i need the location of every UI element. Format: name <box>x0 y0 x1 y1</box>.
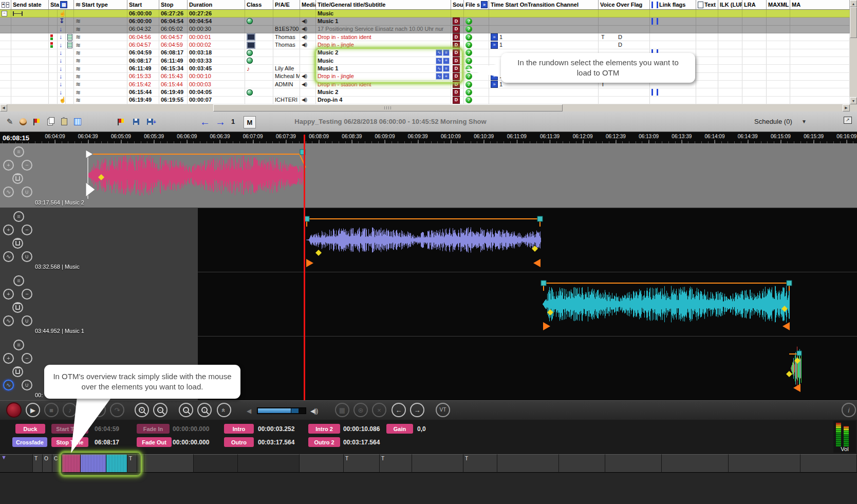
otm-load-icon[interactable]: ∿ <box>436 73 442 80</box>
rundown-row[interactable]: ↓≋06:15:3306:15:4300:00:10Micheal M◀))Dr… <box>0 73 850 81</box>
save-take-button[interactable]: ▦ <box>335 403 349 417</box>
intro-2-button[interactable]: Intro 2 <box>308 424 340 434</box>
save-icon[interactable] <box>129 115 143 128</box>
playhead-line[interactable] <box>304 135 305 400</box>
expand-all-icon[interactable]: + <box>2 2 5 8</box>
overview-segment[interactable]: T <box>344 454 380 473</box>
column-header[interactable]: Link flags <box>650 0 696 9</box>
rundown-row[interactable]: ↓≋06:04:5906:08:1700:03:18Music 2∿≡D? <box>0 49 850 57</box>
rundown-hscrollbar[interactable]: ◀ ▶ <box>0 104 850 111</box>
overview-segment[interactable] <box>559 454 605 473</box>
track-remove-button[interactable]: − <box>22 289 32 300</box>
column-header[interactable]: ≋Start type <box>74 0 127 9</box>
otm-load-icon[interactable]: ∿ <box>436 49 442 56</box>
duck-button[interactable]: Duck <box>15 424 45 434</box>
undo-button[interactable]: ↶ <box>91 403 106 417</box>
intro-button[interactable]: Intro <box>224 424 254 434</box>
column-header[interactable]: Send state <box>11 0 49 9</box>
start-time-button[interactable]: Start Time <box>51 424 88 434</box>
zoom-in-button[interactable]: + <box>135 403 149 417</box>
chevron-down-icon[interactable]: ▼ <box>802 119 807 124</box>
column-header[interactable]: Voice Over Flag <box>599 0 650 9</box>
fade-in-button[interactable]: Fade In <box>137 424 170 434</box>
otm-load-icon[interactable]: ∿ <box>436 58 442 64</box>
track-waveform-canvas[interactable] <box>0 208 857 272</box>
overview-segment[interactable]: T <box>33 454 43 473</box>
scroll-left-button[interactable]: ◀ <box>0 104 7 111</box>
rundown-vscrollbar[interactable]: ▲ ▼ <box>850 0 857 104</box>
gain-button[interactable]: Gain <box>386 424 413 434</box>
rundown-row[interactable]: ↓≋06:04:5706:04:5900:00:02Thomas◀))Drop … <box>0 41 850 49</box>
scroll-up-button[interactable]: ▲ <box>850 0 857 7</box>
track-add-button[interactable]: + <box>3 289 14 300</box>
column-header[interactable]: Time Start OnTransition Channel <box>489 0 599 9</box>
cancel-button[interactable]: × <box>372 403 386 417</box>
track-add-button[interactable]: + <box>3 160 14 171</box>
track-remove-button[interactable]: − <box>22 225 32 235</box>
column-header[interactable]: Media <box>300 0 316 9</box>
previous-element-button[interactable]: ← <box>392 403 406 417</box>
rundown-row[interactable]: ↓≋06:11:4906:15:3400:03:45♪Lily AlleMusi… <box>0 65 850 72</box>
zoom-fit-button[interactable]: ↕ <box>197 403 212 417</box>
hscroll-thumb[interactable] <box>213 104 563 111</box>
edit-pencil-icon[interactable]: ✎ <box>3 115 16 128</box>
column-header[interactable]: Sta▤ <box>49 0 74 9</box>
track-remove-button[interactable]: − <box>22 160 32 171</box>
overview-segment[interactable] <box>729 454 800 473</box>
overview-segment-pink[interactable] <box>62 454 81 473</box>
grid-view-icon[interactable] <box>71 115 84 128</box>
previous-hour-button[interactable]: ← <box>198 115 212 128</box>
overview-segment[interactable]: O <box>43 454 52 473</box>
overview-track[interactable]: TOCTTTT <box>0 454 857 473</box>
outro-button[interactable]: Outro <box>224 437 254 447</box>
overview-expand-icon[interactable]: ▼ <box>1 454 7 460</box>
track-fade-button[interactable]: ∿ <box>3 251 14 262</box>
drag-hand-icon[interactable]: ☝ <box>59 11 66 16</box>
track-options-button[interactable]: ≡ <box>13 275 24 286</box>
otm-load-icon[interactable]: ≡ <box>443 49 450 56</box>
export-button[interactable]: ⊛ <box>353 403 368 417</box>
overview-segment[interactable] <box>194 454 238 473</box>
overview-segment[interactable] <box>144 454 194 473</box>
next-hour-button[interactable]: → <box>214 115 227 128</box>
stop-time-button[interactable]: Stop Time <box>51 437 88 447</box>
overview-segment[interactable] <box>238 454 300 473</box>
column-header[interactable]: MA <box>790 0 850 9</box>
scroll-down-button[interactable]: ▼ <box>850 97 857 104</box>
rundown-row[interactable]: ↓≋06:08:1706:11:4900:03:33Music∿≡D? <box>0 57 850 65</box>
info-button[interactable]: i <box>842 403 856 417</box>
overview-segment[interactable]: T <box>380 454 412 473</box>
column-header[interactable]: Title/General title/Subtitle <box>316 0 451 9</box>
rundown-row[interactable]: ☝≋06:19:4906:19:5500:00:07ICHTERI◀))Drop… <box>0 97 850 104</box>
outro-2-button[interactable]: Outro 2 <box>308 437 340 447</box>
flag-icon[interactable] <box>30 115 43 128</box>
jingle-button[interactable]: ♪ <box>63 403 77 417</box>
voice-track-button[interactable]: VT <box>436 403 450 417</box>
track-fade-button[interactable]: ∿ <box>3 315 14 326</box>
track-add-button[interactable]: + <box>3 225 14 235</box>
column-header[interactable]: ILK (LUF <box>718 0 742 9</box>
drag-hand-icon[interactable]: ☝ <box>59 97 66 103</box>
fade-out-button[interactable]: Fade Out <box>137 437 172 447</box>
track-delete-button[interactable] <box>12 366 23 377</box>
column-header[interactable]: MAXML <box>767 0 790 9</box>
track-options-button[interactable]: ≡ <box>13 211 24 222</box>
rundown-row[interactable]: −☝06:00:0006:27:2600:27:26Music <box>0 10 850 17</box>
overview-segment[interactable] <box>300 454 344 473</box>
collapse-tracks-button[interactable]: « <box>217 403 231 417</box>
track-fade-button[interactable]: ∿ <box>3 380 14 390</box>
overview-segment[interactable]: T <box>127 454 137 473</box>
rundown-row[interactable]: ↓≋06:15:4406:19:4900:04:05Music 2D? <box>0 88 850 96</box>
overview-segment[interactable]: C <box>52 454 62 473</box>
stop-button[interactable]: ■ <box>44 403 59 417</box>
paste-icon[interactable] <box>58 115 71 128</box>
track-loop-button[interactable]: ∪ <box>22 251 32 262</box>
column-header[interactable]: Start <box>127 0 159 9</box>
scroll-right-button[interactable]: ▶ <box>843 104 850 111</box>
rundown-row[interactable]: ↓≋06:04:5606:04:5700:00:01Thomas◀))Drop … <box>0 33 850 41</box>
track-remove-button[interactable]: − <box>22 353 32 364</box>
goto-flag-icon[interactable] <box>114 115 127 128</box>
column-header[interactable]: P/A/E <box>273 0 300 9</box>
zoom-selection-button[interactable]: ↔ <box>179 403 193 417</box>
overview-segment[interactable] <box>800 454 857 473</box>
